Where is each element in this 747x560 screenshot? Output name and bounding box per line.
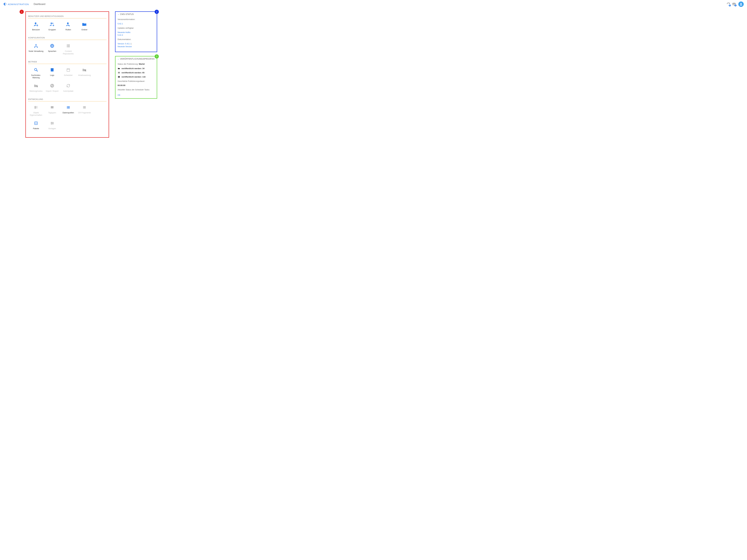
callout-1: 1	[20, 10, 24, 14]
page-title: Dashboard	[34, 3, 45, 5]
tile-benutzer[interactable]: Benutzer	[28, 21, 44, 34]
tile-import[interactable]: Import / Export	[44, 82, 60, 95]
section-users-title: BENUTZER UND BERECHTIGUNGEN	[28, 14, 106, 18]
section-config: KONFIGURATION Node Verwaltung Sprachen C…	[28, 35, 106, 58]
svg-point-19	[67, 47, 68, 47]
tile-datenquellen[interactable]: Datenquellen	[60, 104, 76, 119]
tile-label: Inhaltswartung	[77, 74, 92, 77]
cms-doc-version-link[interactable]: Version: 5.42.1	[118, 43, 131, 45]
tile-crfrag[interactable]: CR Fragmente	[76, 104, 93, 119]
tile-label: CR Fragmente	[77, 111, 92, 114]
cms-status-title: CMS-STATUS	[120, 13, 134, 16]
svg-rect-23	[51, 68, 54, 69]
cms-status-toggle[interactable]: ⌄ CMS-STATUS	[118, 13, 155, 17]
cms-hotfix-label-link[interactable]: Neueste Hotfix:	[118, 31, 131, 33]
tile-pakete[interactable]: Pakete	[28, 119, 44, 133]
tile-label: Sprachen	[45, 50, 60, 52]
svg-rect-37	[68, 107, 70, 108]
svg-point-42	[83, 107, 84, 107]
tile-inhalt[interactable]: Inhaltswartung	[76, 66, 93, 82]
tile-tagtypen[interactable]: Tagtypen	[44, 104, 60, 119]
cms-version-link[interactable]: 5.42.1	[118, 23, 123, 25]
table-icon	[61, 104, 76, 110]
calendar-icon	[61, 67, 76, 73]
folder-gear-icon	[77, 21, 92, 27]
svg-point-18	[67, 46, 68, 46]
publish-title: VERÖFFENTLICHUNGSPROZESS	[120, 58, 154, 60]
svg-point-5	[52, 23, 53, 24]
tile-wartung[interactable]: Wartungmodus	[28, 82, 44, 95]
tile-label: Logs	[45, 74, 60, 77]
admin-tiles-panel: 1 BENUTZER UND BERECHTIGUNGEN Benutzer G…	[25, 11, 109, 138]
tile-logs[interactable]: Logs	[44, 66, 60, 82]
publish-status-value: Wartet	[139, 63, 145, 65]
tile-label: Objekt Eigenschaften	[28, 111, 44, 116]
tile-ordner[interactable]: Ordner	[76, 21, 93, 34]
chevron-down-icon: ⌄	[118, 58, 119, 60]
callout-2: 2	[155, 10, 159, 14]
tile-vorlagen[interactable]: Vorlagen	[44, 119, 60, 133]
svg-rect-28	[34, 106, 36, 109]
node-icon	[28, 43, 44, 49]
publish-toggle[interactable]: ⌄ VERÖFFENTLICHUNGSPROZESS	[118, 58, 155, 61]
section-entwicklung-title: ENTWICKLUNG	[28, 97, 106, 101]
svg-point-43	[83, 108, 84, 108]
svg-point-4	[51, 23, 52, 24]
refresh-button[interactable]: 0	[726, 2, 730, 6]
messages-button[interactable]: 1	[732, 2, 736, 6]
app-logo-group[interactable]: ADMINISTRATION	[3, 3, 29, 6]
app-logo-icon	[3, 3, 6, 6]
svg-point-3	[37, 25, 37, 26]
svg-point-2	[35, 22, 36, 24]
user-icon	[739, 2, 743, 6]
search-gear-icon	[28, 67, 44, 73]
publish-folders-row: veröffentlicht werden: 34	[118, 68, 155, 70]
tile-sprachen[interactable]: Sprachen	[44, 42, 60, 58]
section-betrieb: BETRIEB Suchindex-Wartung Logs Scheduler…	[28, 59, 106, 96]
fragments-icon	[77, 104, 92, 110]
svg-rect-47	[51, 123, 52, 125]
tile-label: AutoUpdate	[61, 90, 76, 92]
publish-est-label: Geschätzte Publizierungsdauer:	[118, 80, 155, 83]
tile-contentrepo[interactable]: Content Repositories	[60, 42, 76, 58]
image-icon	[118, 76, 120, 78]
tile-suchindex[interactable]: Suchindex-Wartung	[28, 66, 44, 82]
folder-cog-icon	[28, 83, 44, 89]
section-entwicklung: ENTWICKLUNG Objekt Eigenschaften Tagtype…	[28, 97, 106, 133]
tile-objekt[interactable]: Objekt Eigenschaften	[28, 104, 44, 119]
tile-node[interactable]: Node Verwaltung	[28, 42, 44, 58]
svg-rect-45	[51, 122, 52, 123]
svg-rect-35	[68, 106, 70, 107]
svg-rect-36	[67, 107, 68, 108]
swap-icon	[45, 83, 60, 89]
cms-doc-latest-link[interactable]: Neueste Version	[118, 45, 132, 48]
tile-scheduler[interactable]: Scheduler	[60, 66, 76, 82]
publish-sched-ok[interactable]: OK	[118, 94, 121, 96]
tile-gruppen[interactable]: Gruppen	[44, 21, 60, 34]
tile-label: Ordner	[77, 28, 92, 31]
tile-rollen[interactable]: Rollen	[60, 21, 76, 34]
cms-hotfix-version-link[interactable]: 5.42.4	[118, 34, 123, 36]
app-header: ADMINISTRATION Dashboard 0 1	[0, 0, 747, 8]
tile-autoupdate[interactable]: AutoUpdate	[60, 82, 76, 95]
doc-separator: |	[131, 43, 132, 45]
folder-search-icon	[77, 67, 92, 73]
sync-icon	[61, 83, 76, 89]
window-icon	[45, 104, 60, 110]
svg-rect-40	[83, 106, 86, 107]
svg-rect-31	[36, 108, 37, 108]
tile-label: Content Repositories	[61, 50, 76, 55]
user-avatar[interactable]	[738, 1, 744, 7]
svg-point-17	[67, 45, 68, 45]
svg-rect-24	[67, 69, 70, 72]
cms-doc-label: Dokumentation:	[118, 38, 155, 41]
publish-images-row: veröffentlicht werden: 116	[118, 76, 155, 78]
svg-rect-29	[36, 106, 37, 107]
svg-rect-33	[51, 106, 53, 107]
svg-point-7	[67, 22, 69, 24]
tile-label: Import / Export	[45, 90, 60, 92]
cms-status-panel: 2 ⌄ CMS-STATUS Versionsinformation: 5.42…	[115, 11, 157, 52]
publish-pages-row: veröffentlicht werden: 65	[118, 72, 155, 74]
svg-point-1	[741, 3, 742, 4]
publish-images-text: veröffentlicht werden: 116	[122, 76, 146, 78]
